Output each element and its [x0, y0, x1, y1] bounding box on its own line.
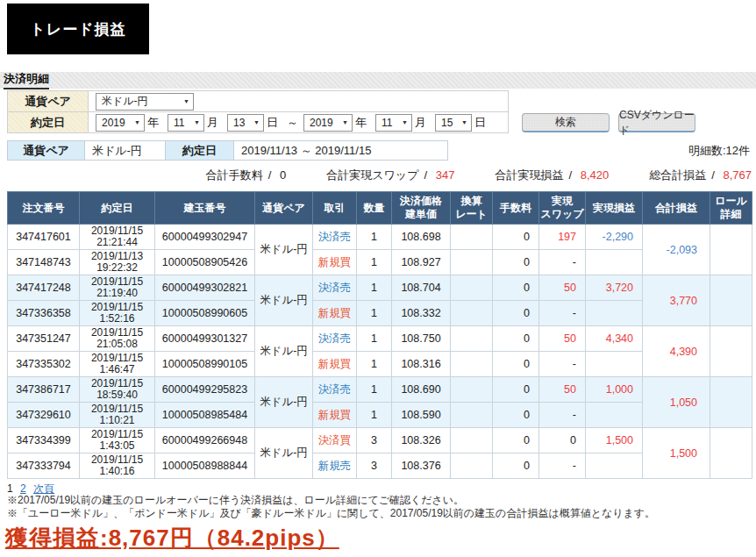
cell-order-no: 347334399: [8, 428, 80, 453]
cell-trade-type: 決済売: [313, 326, 357, 352]
cell-conversion-rate: [451, 428, 493, 453]
cell-swap: 0: [539, 428, 586, 453]
cell-conversion-rate: [451, 250, 493, 275]
cell-exec-date: 2019/11/1521:05:08: [80, 326, 155, 352]
header-exec-date: 約定日: [80, 192, 155, 225]
cell-exec-date: 2019/11/151:46:47: [80, 352, 155, 377]
cell-order-no: 347335302: [8, 352, 80, 377]
cell-realized-pl: [586, 250, 643, 275]
cell-fee: 0: [493, 275, 539, 301]
cell-swap: 50: [539, 275, 586, 301]
day-suffix: 日: [267, 115, 278, 131]
cell-total-pl: 1,050: [643, 377, 710, 428]
chevron-down-icon: ▼: [134, 119, 140, 125]
table-row: 3473296102019/11/151:10:2110000508985484…: [8, 403, 752, 428]
cell-realized-pl: 1,500: [586, 428, 643, 453]
page-title: トレード損益: [7, 4, 149, 54]
cell-trade-type: 新規売: [313, 453, 357, 479]
year-suffix: 年: [147, 115, 159, 131]
header-position-no: 建玉番号: [155, 192, 255, 225]
cell-position-no: 60000499302947: [155, 225, 255, 250]
cell-position-no: 10000508985484: [155, 403, 255, 428]
cell-position-no: 10000508905426: [155, 250, 255, 275]
csv-download-button[interactable]: CSVダウンロード: [618, 113, 695, 132]
cell-trade-type: 新規買: [313, 352, 357, 377]
cell-position-no: 60000499302821: [155, 275, 255, 301]
total-realized-pl: 合計実現損益/ 8,420: [495, 168, 609, 183]
cell-currency-pair: 米ドル-円: [255, 275, 313, 326]
cell-fee: 0: [493, 403, 539, 428]
to-year-select[interactable]: 2019▼: [303, 114, 353, 132]
cell-trade-type: 新規買: [313, 301, 357, 326]
table-row: 3473867172019/11/1518:59:406000049929582…: [8, 377, 752, 403]
month-suffix: 月: [207, 115, 218, 131]
chevron-down-icon: ▼: [402, 119, 408, 125]
cell-realized-pl: [586, 352, 643, 377]
header-trade-type: 取引: [313, 192, 357, 225]
cell-conversion-rate: [451, 453, 493, 479]
section-header: 決済明細: [0, 72, 756, 89]
footnote-2: ※「ユーロー米ドル」、「ポンドー米ドル」及び「豪ドルー米ドル」に関して、2017…: [7, 507, 655, 520]
month-suffix: 月: [415, 115, 426, 131]
to-month-select[interactable]: 11▼: [375, 114, 412, 132]
cell-order-no: 347336358: [8, 301, 80, 326]
from-month-select[interactable]: 11▼: [168, 114, 204, 132]
cell-exec-date: 2019/11/1319:22:32: [80, 250, 155, 275]
to-day-select[interactable]: 15▼: [435, 114, 472, 132]
cell-quantity: 3: [357, 428, 392, 453]
cell-exec-date: 2019/11/1518:59:40: [80, 377, 155, 403]
cell-quantity: 1: [357, 352, 392, 377]
cell-swap: 197: [539, 225, 586, 250]
cell-exec-date: 2019/11/151:10:21: [80, 403, 155, 428]
cell-price: 108.698: [392, 225, 451, 250]
record-count: 明細数:12件: [688, 143, 750, 159]
header-price: 決済価格 建単価: [392, 192, 451, 225]
page-1-current: 1: [7, 482, 13, 495]
grand-total-pl: 総合計損益/ 8,767: [649, 168, 752, 183]
cell-position-no: 60000499295823: [155, 377, 255, 403]
table-row: 3473512472019/11/1521:05:086000049930132…: [8, 326, 752, 352]
table-row: 3473337942019/11/151:40:1610000508988844…: [8, 453, 752, 479]
total-fee: 合計手数料/ 0: [206, 168, 286, 183]
cell-quantity: 1: [357, 250, 392, 275]
summary-currency-value: 米ドル-円: [85, 141, 166, 161]
table-row: 3474172482019/11/1521:19:406000049930282…: [8, 275, 752, 301]
search-button[interactable]: 検索: [522, 113, 610, 132]
chevron-down-icon: ▼: [183, 98, 189, 104]
cell-total-pl: 1,500: [643, 428, 710, 479]
filter-panel: 通貨ペア 米ドル-円 ▼ 約定日 2019▼ 年 11▼ 月 13▼: [7, 90, 509, 133]
header-swap: 実現 スワップ: [539, 192, 586, 225]
from-year-select[interactable]: 2019▼: [96, 114, 145, 132]
cell-conversion-rate: [451, 225, 493, 250]
header-roll-detail: ロール 詳細: [710, 192, 752, 225]
cell-roll-detail: [710, 326, 752, 377]
cell-fee: 0: [493, 377, 539, 403]
cell-swap: -: [539, 403, 586, 428]
cell-conversion-rate: [451, 352, 493, 377]
header-fee: 手数料: [493, 192, 539, 225]
page-2-link[interactable]: 2: [20, 482, 26, 495]
total-swap: 合計実現スワップ/ 347: [326, 168, 454, 183]
summary-date-label: 約定日: [166, 141, 234, 161]
cell-position-no: 60000499266948: [155, 428, 255, 453]
cell-price: 108.590: [392, 403, 451, 428]
cell-exec-date: 2019/11/151:40:16: [80, 453, 155, 479]
cell-position-no: 10000508990605: [155, 301, 255, 326]
section-title: 決済明細: [4, 71, 49, 89]
cell-price: 108.376: [392, 453, 451, 479]
year-suffix: 年: [355, 115, 367, 131]
table-row: 3473363582019/11/151:52:1610000508990605…: [8, 301, 752, 326]
cell-realized-pl: 4,340: [586, 326, 643, 352]
cell-exec-date: 2019/11/151:52:16: [80, 301, 155, 326]
from-day-select[interactable]: 13▼: [227, 114, 264, 132]
cell-fee: 0: [493, 453, 539, 479]
next-page-link[interactable]: 次頁: [33, 482, 54, 495]
chevron-down-icon: ▼: [194, 119, 200, 125]
acquired-pl-result: 獲得損益:8,767円（84.2pips）: [5, 523, 339, 553]
table-row: 3473353022019/11/151:46:4710000508990105…: [8, 352, 752, 377]
cell-trade-type: 新規買: [313, 250, 357, 275]
table-row: 3473343992019/11/151:43:0560000499266948…: [8, 428, 752, 453]
table-row: 3474176012019/11/1521:21:446000049930294…: [8, 225, 752, 250]
cell-currency-pair: 米ドル-円: [255, 428, 313, 479]
currency-pair-select[interactable]: 米ドル-円 ▼: [96, 93, 194, 111]
